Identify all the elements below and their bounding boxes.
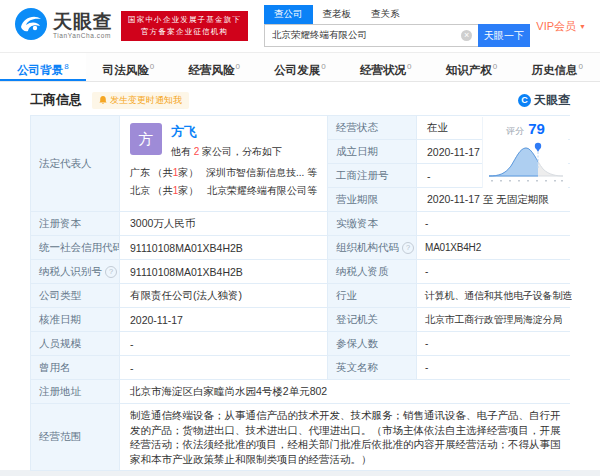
search-tab-company[interactable]: 查公司: [264, 5, 313, 24]
field-value: -: [417, 212, 572, 235]
field-label: 成立日期: [328, 140, 416, 163]
search-area: 查公司 查老板 查关系 × 天眼一下: [264, 5, 530, 47]
field-label: 统一社会信用代码?: [31, 236, 119, 259]
legal-rep-avatar[interactable]: 方: [130, 123, 162, 155]
help-icon[interactable]: ?: [402, 242, 414, 254]
company-section-nav: 公司背景8 司法风险0 经营风险0 公司发展0 经营状况0 知识产权0 历史信息…: [0, 52, 600, 82]
section-title: 工商信息: [30, 91, 82, 109]
field-label: 英文名称: [328, 356, 416, 379]
help-icon[interactable]: ?: [105, 266, 117, 278]
region-row: 北京 （共1家） 北京荣耀终端有限公司等: [130, 184, 317, 198]
vip-member-link[interactable]: VIP会员 ▼: [536, 19, 586, 34]
search-tab-boss[interactable]: 查老板: [313, 5, 362, 24]
legal-rep-name[interactable]: 方飞: [171, 123, 282, 141]
field-label: 行业: [328, 284, 416, 307]
region-companies-link[interactable]: 北京荣耀终端有限公司等: [198, 184, 317, 198]
field-value: 2020-11-17: [120, 308, 327, 331]
field-label: 组织机构代码?: [328, 236, 416, 259]
field-value: 计算机、通信和其他电子设备制造业: [417, 284, 572, 307]
nav-tab-judicial-risk[interactable]: 司法风险0: [86, 53, 172, 81]
region-row: 广东 （共1家） 深圳市智信新信息技... 等: [130, 166, 317, 180]
field-value: 2020-11-17 至 无固定期限: [417, 188, 572, 211]
region-companies-link[interactable]: 深圳市智信新信息技... 等: [198, 166, 317, 180]
site-header: 天眼查 TianYanCha.com 国家中小企业发展子基金旗下 官方备案企业征…: [0, 0, 600, 52]
field-value: 有限责任公司(法人独资): [120, 284, 327, 307]
field-label: 注册资本: [31, 212, 119, 235]
notify-change-badge[interactable]: 发生变更时通知我: [92, 92, 189, 109]
company-search-input[interactable]: [264, 24, 478, 47]
brand-name: 天眼查: [53, 12, 113, 31]
field-value: -: [120, 356, 327, 379]
nav-tab-background[interactable]: 公司背景8: [0, 53, 86, 81]
legal-rep-label: 法定代表人: [31, 116, 119, 211]
nav-tab-operation-risk[interactable]: 经营风险0: [171, 53, 257, 81]
field-label: 实缴资本: [328, 212, 416, 235]
field-label: 注册地址: [31, 380, 119, 403]
field-label: 核准日期: [31, 308, 119, 331]
legal-rep-summary: 他有 2 家公司，分布如下: [171, 145, 282, 159]
field-label: 公司类型: [31, 284, 119, 307]
tianyancha-logo[interactable]: 天眼查 TianYanCha.com: [14, 7, 113, 45]
tianyancha-company-page: 天眼查 TianYanCha.com 国家中小企业发展子基金旗下 官方备案企业征…: [0, 0, 600, 470]
field-label: 曾用名: [31, 356, 119, 379]
field-label: 登记机关: [328, 308, 416, 331]
field-value: -: [120, 332, 327, 355]
field-value: 北京市工商行政管理局海淀分局: [417, 308, 572, 331]
caret-down-icon: ▼: [579, 23, 586, 30]
business-info-table: 法定代表人 方 方飞 他有 2 家公司，分布如下 广东 （共1家） 深圳市智信新…: [30, 115, 570, 471]
score-label: 评分: [506, 125, 524, 138]
search-button[interactable]: 天眼一下: [478, 24, 530, 47]
score-value: 79: [528, 120, 545, 137]
field-label: 工商注册号: [328, 164, 416, 187]
watermark-logo-icon: C: [518, 94, 531, 107]
certification-badge: 国家中小企业发展子基金旗下 官方备案企业征信机构: [121, 11, 248, 41]
field-value: 3000万人民币: [120, 212, 327, 235]
brand-domain: TianYanCha.com: [53, 33, 113, 40]
field-value: -: [417, 332, 572, 355]
field-label: 营业期限: [328, 188, 416, 211]
field-label: 纳税人资质: [328, 260, 416, 283]
field-label: 经营状态: [328, 116, 416, 139]
field-label: 参保人数: [328, 332, 416, 355]
search-tab-relation[interactable]: 查关系: [361, 5, 410, 24]
field-label: 经营范围: [31, 404, 119, 470]
bell-icon: [99, 96, 107, 105]
field-value: 91110108MA01XB4H2B: [120, 236, 327, 259]
business-scope-value: 制造通信终端设备；从事通信产品的技术开发、技术服务；销售通讯设备、电子产品、自行…: [120, 404, 572, 470]
field-label: 纳税人识别号?: [31, 260, 119, 283]
watermark: C 天眼查: [518, 92, 570, 109]
registered-address-value: 北京市海淀区白家疃尚水园4号楼2单元802: [120, 380, 572, 403]
field-label: 人员规模: [31, 332, 119, 355]
nav-tab-history[interactable]: 历史信息0: [514, 53, 600, 81]
tianyancha-logo-icon: [14, 7, 48, 45]
nav-tab-operation-status[interactable]: 经营状况0: [343, 53, 429, 81]
field-value: -: [417, 356, 572, 379]
field-value: 91110108MA01XB4H2B: [120, 260, 327, 283]
legal-rep-cell: 方 方飞 他有 2 家公司，分布如下 广东 （共1家） 深圳市智信新信息技...…: [120, 116, 327, 211]
field-value: -: [417, 260, 572, 283]
nav-tab-intellectual-property[interactable]: 知识产权0: [429, 53, 515, 81]
nav-tab-development[interactable]: 公司发展0: [257, 53, 343, 81]
business-info-section-bar: 工商信息 发生变更时通知我 C 天眼查: [30, 90, 570, 110]
score-distribution-chart: [487, 138, 565, 184]
company-score-card[interactable]: 评分 79: [482, 117, 568, 188]
field-value: MA01XB4H2: [417, 236, 572, 259]
